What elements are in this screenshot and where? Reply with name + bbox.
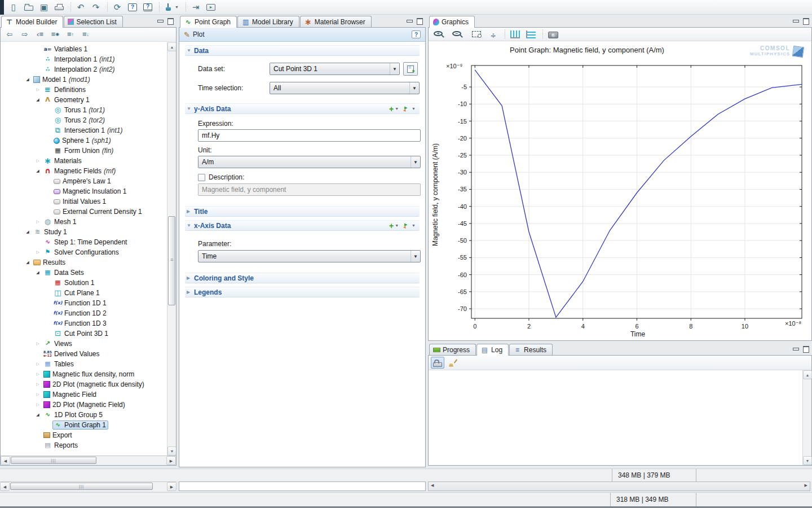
expander-collapsed-icon[interactable]: ▷ xyxy=(33,250,42,255)
tree-item-magnetic-flux-density-norm[interactable]: ▷Magnetic flux density, norm xyxy=(1,369,176,379)
replace-expression-button[interactable]: ▼ xyxy=(403,105,416,112)
print-button[interactable] xyxy=(52,1,66,13)
scrollbar-thumb[interactable]: ||| xyxy=(11,457,96,464)
maximize-panel-icon[interactable] xyxy=(802,18,809,24)
tree-item-step-1-time-dependent[interactable]: Step 1: Time Dependent xyxy=(1,237,176,247)
scroll-right-icon[interactable]: ▶ xyxy=(166,456,176,465)
undo-button[interactable]: ↶ xyxy=(74,1,87,13)
tree-item-cut-plane-1[interactable]: Cut Plane 1 xyxy=(1,288,176,298)
tree-item-initial-values-1[interactable]: Initial Values 1 xyxy=(1,196,176,207)
zoom-extents-button[interactable] xyxy=(487,28,500,40)
graphics-canvas[interactable]: Point Graph: Magnetic field, y component… xyxy=(429,41,811,340)
tab-log[interactable]: Log xyxy=(476,344,509,356)
expander-collapsed-icon[interactable]: ▷ xyxy=(33,87,42,92)
tab-selection-list[interactable]: Selection List xyxy=(64,16,122,27)
maximize-panel-icon[interactable] xyxy=(802,346,809,352)
tab-material-browser[interactable]: Material Browser xyxy=(300,16,372,27)
tree-item-solver-configurations[interactable]: ▷Solver Configurations xyxy=(1,247,176,257)
tree-item-data-sets[interactable]: ◢Data Sets xyxy=(1,268,176,278)
log-vertical-scrollbar[interactable]: ▲ ▼ xyxy=(802,370,811,465)
section-legends-header[interactable]: ▶ Legends xyxy=(185,287,420,297)
horizontal-scrollbar[interactable]: ◀ ▶ ||| xyxy=(0,481,176,491)
expander-expanded-icon[interactable]: ◢ xyxy=(33,98,42,102)
dataset-select[interactable]: Cut Point 3D 1 ▼ xyxy=(270,63,400,75)
scroll-down-icon[interactable]: ▼ xyxy=(803,456,812,465)
zoom-out-button[interactable] xyxy=(449,28,466,40)
section-y-axis-header[interactable]: ▼ y-Axis Data ▼ ▼ xyxy=(185,103,420,114)
tree-item-magnetic-insulation-1[interactable]: Magnetic Insulation 1 xyxy=(1,186,176,196)
expander-collapsed-icon[interactable]: ▷ xyxy=(33,159,42,163)
tree-item-interpolation-2[interactable]: Interpolation 2(int2) xyxy=(1,64,176,75)
expander-expanded-icon[interactable]: ◢ xyxy=(23,260,32,265)
log-content[interactable]: ▲ ▼ xyxy=(429,370,811,465)
tree-item-1d-plot-group-5[interactable]: ◢1D Plot Group 5 xyxy=(1,410,176,420)
help-icon[interactable] xyxy=(412,30,421,38)
tab-model-builder[interactable]: Model Builder xyxy=(1,16,63,28)
tree-item-definitions[interactable]: ▷Definitions xyxy=(1,85,176,95)
tree-item-views[interactable]: ▷Views xyxy=(1,339,176,349)
tree-item-intersection-1[interactable]: Intersection 1(int1) xyxy=(1,125,176,135)
horizontal-scrollbar[interactable]: ◀ ▶ xyxy=(428,481,810,491)
open-file-button[interactable] xyxy=(22,1,36,13)
x-axis-grid-button[interactable] xyxy=(508,28,522,40)
maximize-panel-icon[interactable] xyxy=(167,18,173,24)
y-axis-grid-button[interactable] xyxy=(524,28,538,40)
clear-mesh-button[interactable]: ▼ xyxy=(162,1,181,13)
scroll-down-icon[interactable]: ▼ xyxy=(167,446,176,456)
replace-expression-button[interactable]: ▼ xyxy=(403,222,416,229)
scrollbar-thumb[interactable] xyxy=(168,216,175,305)
move-down-button[interactable] xyxy=(79,29,92,41)
tree-item-2d-plot-magnetic-field[interactable]: ▷2D Plot (Magnetic Field) xyxy=(1,400,176,410)
tree-item-interpolation-1[interactable]: Interpolation 1(int1) xyxy=(1,54,176,64)
scrollbar-thumb[interactable]: ||| xyxy=(10,483,153,490)
tree-item-results[interactable]: ◢Results xyxy=(1,257,176,268)
clear-log-button[interactable] xyxy=(446,357,460,369)
tree-item-point-graph-1[interactable]: Point Graph 1 xyxy=(1,420,176,430)
expander-collapsed-icon[interactable]: ▷ xyxy=(33,220,42,224)
tree-item-magnetic-field[interactable]: ▷Magnetic Field xyxy=(1,389,176,400)
expander-expanded-icon[interactable]: ◢ xyxy=(33,413,42,417)
tree-item-magnetic-fields[interactable]: ◢Magnetic Fields(mf) xyxy=(1,166,176,176)
back-button[interactable]: ⇦ xyxy=(3,29,16,41)
update-solution-button[interactable]: ⟳ xyxy=(111,1,124,13)
expander-expanded-icon[interactable]: ◢ xyxy=(33,169,42,173)
minimize-panel-icon[interactable] xyxy=(792,346,798,352)
tree-item-study-1[interactable]: ◢Study 1 xyxy=(1,227,176,237)
player-button[interactable] xyxy=(204,1,218,13)
expander-collapsed-icon[interactable]: ▷ xyxy=(33,392,42,397)
new-file-button[interactable]: ▯ xyxy=(7,1,20,13)
tree-item-solution-1[interactable]: Solution 1 xyxy=(1,278,176,288)
minimize-panel-icon[interactable] xyxy=(157,18,163,24)
tree-item-torus-2[interactable]: Torus 2(tor2) xyxy=(1,115,176,125)
tree-item-external-current-density-1[interactable]: External Current Density 1 xyxy=(1,207,176,217)
tree-item-2d-plot-magnetic-flux-density[interactable]: ▷2D Plot (magnetic flux density) xyxy=(1,379,176,389)
tree-item-function-1d-1[interactable]: Function 1D 1 xyxy=(1,298,176,308)
redo-button[interactable]: ↷ xyxy=(89,1,103,13)
clear-mesh-dropdown-icon[interactable]: ▼ xyxy=(175,5,179,9)
collapse-all-button[interactable] xyxy=(33,29,47,41)
scroll-up-icon[interactable]: ▲ xyxy=(167,42,176,51)
tree-item-amp-re-s-law-1[interactable]: Ampère's Law 1 xyxy=(1,176,176,186)
tab-progress[interactable]: Progress xyxy=(429,344,476,355)
section-x-axis-header[interactable]: ▼ x-Axis Data ▼ ▼ xyxy=(185,220,420,231)
minimize-panel-icon[interactable] xyxy=(792,18,798,24)
tree-horizontal-scrollbar[interactable]: ◀ ▶ ||| xyxy=(1,456,176,465)
unit-select[interactable]: A/m ▼ xyxy=(198,156,421,168)
scroll-left-icon[interactable]: ◀ xyxy=(1,456,10,465)
tree-item-geometry-1[interactable]: ◢Geometry 1 xyxy=(1,95,176,105)
tree-item-form-union[interactable]: Form Union(fin) xyxy=(1,146,176,156)
maximize-panel-icon[interactable] xyxy=(416,18,422,24)
tree-item-export[interactable]: Export xyxy=(1,430,176,440)
snapshot-button[interactable] xyxy=(546,28,561,40)
time-selection-select[interactable]: All ▼ xyxy=(270,82,420,94)
help-button[interactable] xyxy=(126,1,139,13)
tree-item-derived-values[interactable]: Derived Values xyxy=(1,349,176,359)
parameter-select[interactable]: Time ▼ xyxy=(198,250,421,262)
tab-results[interactable]: Results xyxy=(509,344,553,355)
tree-item-function-1d-3[interactable]: Function 1D 3 xyxy=(1,318,176,329)
tree-vertical-scrollbar[interactable]: ▲ ▼ xyxy=(167,42,176,456)
tree-item-torus-1[interactable]: Torus 1(tor1) xyxy=(1,105,176,115)
add-expression-button[interactable]: ▼ xyxy=(389,106,399,112)
tree-item-materials[interactable]: ▷Materials xyxy=(1,156,176,166)
scroll-left-icon[interactable]: ◀ xyxy=(0,482,10,491)
